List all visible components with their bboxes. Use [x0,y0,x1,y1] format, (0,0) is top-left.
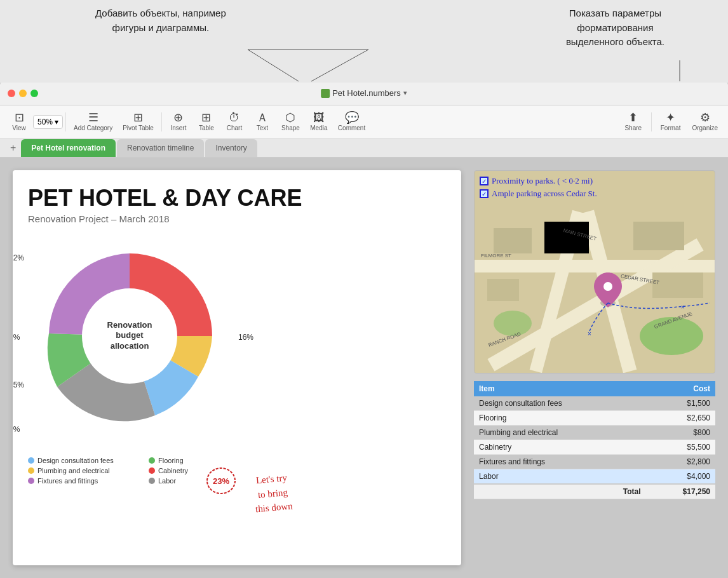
toolbar-separator-1 [65,112,66,131]
media-icon: 🖼 [313,112,325,123]
toolbar-separator-3 [651,112,652,131]
zoom-control[interactable]: 50% ▾ [33,115,63,129]
tab-inventory[interactable]: Inventory [205,139,257,157]
svg-text:×: × [681,304,685,311]
handwriting-annotation: Let's try to bring this down [254,472,292,515]
annotation-left: Добавить объекты, например фигуры и диаг… [95,6,226,35]
map-annotation-2: Ample parking across Cedar St. [480,189,597,199]
document-subtitle: Renovation Project – March 2018 [28,213,446,224]
fullscreen-button[interactable] [30,90,38,97]
table-row: Plumbing and electrical$800 [474,426,715,440]
shape-icon: ⬡ [285,112,295,123]
sidebar-icon: ⊡ [15,112,24,123]
pivot-table-button[interactable]: ⊞ Pivot Table [118,109,159,134]
sheet-tabs: + Pet Hotel renovation Renovation timeli… [0,138,728,158]
text-icon: Ａ [257,112,268,123]
comment-button[interactable]: 💬 Comment [333,109,370,134]
legend-item-plumbing: Plumbing and electrical [28,467,136,474]
annotation-area: Добавить объекты, например фигуры и диаг… [0,0,728,83]
svg-line-2 [248,50,299,81]
table-cell-cost: $2,650 [646,411,715,426]
budget-table-container: Item Cost Design consultation fees$1,500… [474,381,715,499]
organize-button[interactable]: ⚙ Organize [687,109,723,134]
table-row: Cabinetry$5,500 [474,440,715,455]
circle-annotation: 23% [205,464,238,497]
table-cell-item: Design consultation fees [474,396,646,411]
svg-rect-14 [494,228,532,253]
legend-item-design: Design consultation fees [28,457,136,464]
legend-color-cabinetry [149,467,155,474]
dropdown-chevron[interactable]: ▾ [403,89,407,97]
tab-renovation-timeline[interactable]: Renovation timeline [117,139,204,157]
map-annotation-1: Proximity to parks. ( < 0·2 mi) [480,176,597,186]
document-title: PET HOTEL & DAY CARE [28,185,446,211]
svg-text:FILMORE ST: FILMORE ST [481,253,511,259]
minimize-button[interactable] [19,90,27,97]
table-icon: ⊞ [201,112,211,123]
table-row: Design consultation fees$1,500 [474,396,715,411]
total-value: $17,250 [646,484,715,499]
legend-item-labor: Labor [149,477,257,485]
svg-text:23%: 23% [213,476,229,486]
title-bar: Pet Hotel.numbers ▾ [0,81,728,105]
right-panel: Proximity to parks. ( < 0·2 mi) Ample pa… [474,170,715,565]
document-canvas: PET HOTEL & DAY CARE Renovation Project … [13,170,461,565]
text-button[interactable]: Ａ Text [248,109,276,134]
close-button[interactable] [8,90,15,97]
media-button[interactable]: 🖼 Media [305,109,333,134]
pct-32-label: 32% [13,253,24,262]
traffic-lights [0,90,38,97]
table-cell-cost: $1,500 [646,396,715,411]
legend-color-labor [149,478,155,484]
legend-item-fixtures: Fixtures and fittings [28,477,136,485]
chart-section: 32% 5% 15% 9% 16% [28,234,446,485]
chart-button[interactable]: ⏱ Chart [220,109,248,134]
donut-chart[interactable]: 32% 5% 15% 9% 16% [28,234,231,438]
pct-15-label: 15% [13,380,24,389]
organize-icon: ⚙ [700,112,710,123]
pivot-icon: ⊞ [133,112,143,123]
table-row: Labor$4,000 [474,469,715,485]
insert-button[interactable]: ⊕ Insert [165,109,192,134]
format-button[interactable]: ✦ Format [656,109,686,134]
insert-icon: ⊕ [173,112,183,123]
table-row: Total$17,250 [474,484,715,499]
table-cell-cost: $800 [646,426,715,440]
legend-color-flooring [149,457,155,464]
legend-color-fixtures [28,478,34,484]
svg-point-13 [494,311,532,336]
main-content: PET HOTEL & DAY CARE Renovation Project … [0,158,728,578]
pct-16-label: 16% [238,333,253,342]
legend-color-design [28,457,34,464]
svg-rect-18 [652,272,703,298]
svg-point-25 [603,282,612,291]
annotation-right: Показать параметры форматирования выделе… [566,6,664,50]
legend-color-plumbing [28,467,34,474]
table-cell-item: Cabinetry [474,440,646,455]
toolbar-separator-2 [161,112,162,131]
table-row: Flooring$2,650 [474,411,715,426]
shape-button[interactable]: ⬡ Shape [276,109,305,134]
share-icon: ⬆ [628,112,638,123]
map-area: Proximity to parks. ( < 0·2 mi) Ample pa… [474,170,715,373]
table-header-row: Item Cost [474,381,715,396]
add-category-button[interactable]: ☰ Add Category [69,109,118,134]
table-cell-item: Plumbing and electrical [474,426,646,440]
map-checkbox-2 [480,189,489,198]
app-window: Pet Hotel.numbers ▾ ⊡ View 50% ▾ ☰ Add C… [0,81,728,578]
share-button[interactable]: ⬆ Share [619,109,647,134]
chart-icon: ⏱ [229,112,240,123]
toolbar-right-group: ⬆ Share ✦ Format ⚙ Organize [619,109,723,134]
pct-5-label: 5% [13,333,20,342]
view-button[interactable]: ⊡ View [5,109,33,134]
comment-icon: 💬 [345,112,359,123]
pct-9-label: 9% [13,425,20,434]
file-icon [321,89,330,98]
table-cell-item: Labor [474,469,646,485]
add-sheet-button[interactable]: + [5,142,21,154]
tab-pet-hotel-renovation[interactable]: Pet Hotel renovation [21,139,116,157]
table-button[interactable]: ⊞ Table [192,109,220,134]
col-cost-header: Cost [646,381,715,396]
format-icon: ✦ [666,112,675,123]
svg-rect-17 [487,279,519,301]
